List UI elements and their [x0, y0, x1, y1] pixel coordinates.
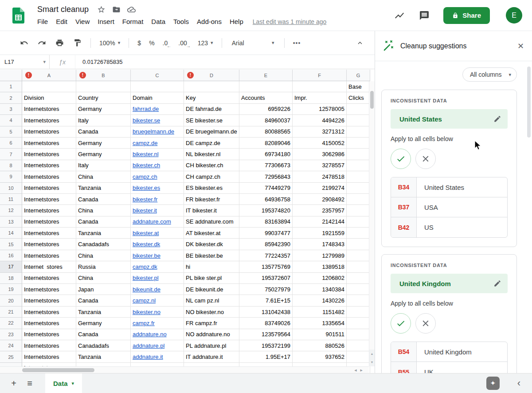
- cell-E4[interactable]: 84960037: [239, 115, 293, 126]
- row-header-13[interactable]: 13: [0, 216, 22, 228]
- cell-G11[interactable]: [347, 194, 370, 205]
- cell-E10[interactable]: 77449279: [239, 183, 293, 194]
- font-family-select[interactable]: Arial▾: [232, 39, 274, 47]
- cell-D20[interactable]: NL cam pz.nl: [184, 295, 239, 306]
- cell-F3[interactable]: 12578005: [293, 104, 347, 115]
- cell-A12[interactable]: Internetstores: [22, 205, 76, 216]
- cell-F14[interactable]: 1921559: [293, 228, 347, 239]
- cell-G21[interactable]: [347, 307, 370, 318]
- cell-F20[interactable]: 1430226: [293, 295, 347, 306]
- cell-D2[interactable]: Key: [184, 92, 239, 103]
- cell-D15[interactable]: DK bikester.dk: [184, 239, 239, 250]
- column-header-G[interactable]: G: [347, 70, 370, 81]
- cell-B19[interactable]: Japan: [76, 284, 131, 295]
- scroll-left-button[interactable]: ◀: [354, 369, 356, 372]
- menu-item-help[interactable]: Help: [226, 18, 247, 25]
- cell-E23[interactable]: 123579564: [239, 329, 293, 340]
- cell-D22[interactable]: FR campz.fr: [184, 318, 239, 329]
- collapse-toolbar-icon[interactable]: [354, 37, 366, 49]
- cell-A20[interactable]: Internetstores: [22, 295, 76, 306]
- cell-B23[interactable]: Canada: [76, 329, 131, 340]
- accept-suggestion-button[interactable]: [391, 313, 411, 334]
- cell-G17[interactable]: [347, 261, 370, 272]
- cell-B13[interactable]: Canada: [76, 216, 131, 228]
- cell-F24[interactable]: 880526: [293, 340, 347, 351]
- cell-A2[interactable]: Division: [22, 92, 76, 103]
- cell-C15[interactable]: bikester.dk: [131, 239, 184, 250]
- cell-A22[interactable]: Internetstores: [22, 318, 76, 329]
- column-header-D[interactable]: !D: [184, 70, 239, 81]
- cell-B22[interactable]: Germany: [76, 318, 131, 329]
- scroll-right-button[interactable]: ▶: [360, 369, 363, 372]
- cell-G5[interactable]: [347, 126, 370, 138]
- cell-C25[interactable]: addnature.it: [131, 351, 184, 362]
- cell-B18[interactable]: China: [76, 273, 131, 284]
- cell-D17[interactable]: hi: [184, 261, 239, 272]
- cell-B11[interactable]: Canada: [76, 194, 131, 205]
- cell-G7[interactable]: [347, 149, 370, 160]
- cell-D24[interactable]: PL addnature.pl: [184, 340, 239, 351]
- menu-item-view[interactable]: View: [71, 18, 94, 25]
- cell-A25[interactable]: Internetstores: [22, 351, 76, 362]
- column-header-A[interactable]: !A: [22, 70, 76, 81]
- cell-C5[interactable]: bruegelmann.de: [131, 126, 184, 138]
- cell-F19[interactable]: 1340384: [293, 284, 347, 295]
- vertical-scroll-thumb[interactable]: [370, 91, 374, 109]
- cell-C21[interactable]: bikester.no: [131, 307, 184, 318]
- row-header-4[interactable]: 4: [0, 115, 22, 126]
- cell-A13[interactable]: Internetstores: [22, 216, 76, 228]
- formula-input[interactable]: 0.01726785835: [75, 59, 122, 65]
- cell-B5[interactable]: Canada: [76, 126, 131, 138]
- cell-E19[interactable]: 75027979: [239, 284, 293, 295]
- menu-item-insert[interactable]: Insert: [94, 18, 118, 25]
- cell-C10[interactable]: bikester.es: [131, 183, 184, 194]
- cell-B2[interactable]: Country: [76, 92, 131, 103]
- cell-G23[interactable]: [347, 329, 370, 340]
- redo-icon[interactable]: [36, 37, 47, 49]
- cell-C4[interactable]: bikester.se: [131, 115, 184, 126]
- cell-B3[interactable]: Germany: [76, 104, 131, 115]
- row-header-22[interactable]: 22: [0, 318, 22, 329]
- cell-C3[interactable]: fahrrad.de: [131, 104, 184, 115]
- reject-suggestion-button[interactable]: [415, 149, 436, 169]
- cell-G14[interactable]: [347, 228, 370, 239]
- column-header-E[interactable]: E: [239, 70, 293, 81]
- cell-C18[interactable]: bikester.pl: [131, 273, 184, 284]
- menu-item-add-ons[interactable]: Add-ons: [193, 18, 226, 25]
- cell-D8[interactable]: CH bikester.ch: [184, 160, 239, 171]
- cell-F22[interactable]: 1335654: [293, 318, 347, 329]
- menu-item-format[interactable]: Format: [118, 18, 148, 25]
- cell-C19[interactable]: bikeunit.de: [131, 284, 184, 295]
- cell-E15[interactable]: 85942390: [239, 239, 293, 250]
- cell-G12[interactable]: [347, 205, 370, 216]
- cell-A19[interactable]: Internetstores: [22, 284, 76, 295]
- cell-C8[interactable]: bikester.ch: [131, 160, 184, 171]
- cell-E8[interactable]: 77306673: [239, 160, 293, 171]
- panel-scroll-thumb[interactable]: [527, 67, 531, 138]
- cell-C13[interactable]: addnature.com: [131, 216, 184, 228]
- cell-F1[interactable]: [293, 81, 347, 92]
- cell-E7[interactable]: 69734180: [239, 149, 293, 160]
- edit-suggestion-icon[interactable]: [493, 115, 501, 123]
- cell-C20[interactable]: campz.nl: [131, 295, 184, 306]
- affected-cell-ref[interactable]: B34: [391, 177, 417, 197]
- add-sheet-button[interactable]: +: [6, 376, 21, 391]
- star-icon[interactable]: [97, 5, 106, 14]
- cell-A6[interactable]: Internetstores: [22, 138, 76, 149]
- cell-G16[interactable]: [347, 250, 370, 261]
- cell-G20[interactable]: [347, 295, 370, 306]
- cell-A21[interactable]: Internetstores: [22, 307, 76, 318]
- suggestion-chip[interactable]: United States: [391, 109, 508, 129]
- cell-F12[interactable]: 2357957: [293, 205, 347, 216]
- cell-C9[interactable]: campz.ch: [131, 171, 184, 182]
- cell-C22[interactable]: campz.fr: [131, 318, 184, 329]
- cell-B7[interactable]: Germany: [76, 149, 131, 160]
- scroll-up-button[interactable]: ▲: [369, 350, 375, 358]
- cell-A9[interactable]: Internetstores: [22, 171, 76, 182]
- cell-E3[interactable]: 6959226: [239, 104, 293, 115]
- paint-format-icon[interactable]: [71, 37, 83, 49]
- cell-F15[interactable]: 1748343: [293, 239, 347, 250]
- cell-A17[interactable]: Internet stores: [22, 261, 76, 272]
- cell-A4[interactable]: Internetstores: [22, 115, 76, 126]
- row-header-8[interactable]: 8: [0, 160, 22, 171]
